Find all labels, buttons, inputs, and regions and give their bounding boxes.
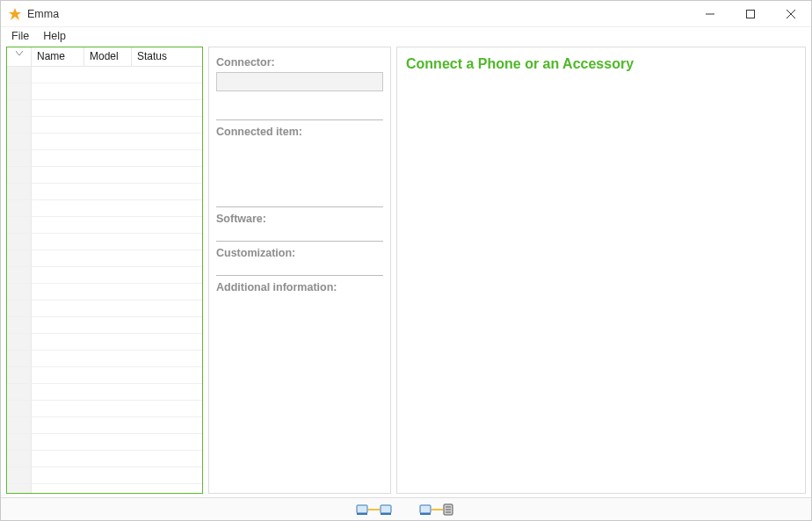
column-model[interactable]: Model	[84, 47, 132, 66]
divider	[216, 275, 383, 276]
row-content	[32, 250, 202, 266]
divider	[216, 206, 383, 207]
row-handle	[7, 250, 32, 266]
row-handle	[7, 200, 32, 216]
row-content	[32, 267, 202, 283]
row-content	[32, 83, 202, 99]
svg-rect-6	[357, 513, 367, 515]
table-row[interactable]	[7, 417, 202, 434]
table-row[interactable]	[7, 267, 202, 284]
table-row[interactable]	[7, 300, 202, 317]
menubar: File Help	[1, 27, 811, 45]
app-title: Emma	[27, 8, 59, 20]
row-content	[32, 284, 202, 300]
table-row[interactable]	[7, 167, 202, 184]
table-row[interactable]	[7, 117, 202, 134]
row-content	[32, 167, 202, 183]
row-handle	[7, 100, 32, 116]
row-handle	[7, 434, 32, 450]
row-handle	[7, 351, 32, 366]
row-content	[32, 200, 202, 216]
row-content	[32, 401, 202, 416]
row-content	[32, 367, 202, 383]
menu-file[interactable]: File	[4, 28, 36, 44]
instruction-panel: Connect a Phone or an Accessory	[396, 47, 806, 494]
row-handle	[7, 267, 32, 283]
table-row[interactable]	[7, 317, 202, 334]
table-row[interactable]	[7, 451, 202, 467]
connection-phone-icon	[356, 503, 393, 517]
menu-help[interactable]: Help	[36, 28, 73, 44]
svg-rect-5	[357, 505, 367, 513]
details-panel: Connector: Connected item: Software: Cus…	[208, 47, 391, 494]
titlebar: Emma	[1, 1, 811, 27]
instruction-headline: Connect a Phone or an Accessory	[406, 56, 796, 72]
row-content	[32, 384, 202, 400]
row-content	[32, 117, 202, 133]
row-handle	[7, 117, 32, 133]
row-handle	[7, 317, 32, 333]
table-row[interactable]	[7, 67, 202, 83]
row-content	[32, 150, 202, 166]
svg-rect-10	[420, 505, 431, 513]
row-content	[32, 334, 202, 350]
row-content	[32, 134, 202, 149]
row-handle	[7, 384, 32, 400]
table-row[interactable]	[7, 234, 202, 250]
row-handle	[7, 300, 32, 316]
table-row[interactable]	[7, 367, 202, 384]
row-handle	[7, 184, 32, 199]
svg-rect-8	[381, 505, 391, 513]
table-row[interactable]	[7, 200, 202, 217]
row-handle	[7, 83, 32, 99]
connector-label: Connector:	[216, 56, 383, 69]
software-label: Software:	[216, 213, 383, 225]
table-row[interactable]	[7, 284, 202, 300]
table-row[interactable]	[7, 184, 202, 200]
row-content	[32, 217, 202, 233]
row-handle	[7, 334, 32, 350]
row-handle	[7, 150, 32, 166]
row-content	[32, 351, 202, 366]
svg-marker-0	[9, 8, 21, 20]
table-row[interactable]	[7, 351, 202, 367]
row-content	[32, 234, 202, 250]
table-row[interactable]	[7, 334, 202, 351]
table-row[interactable]	[7, 384, 202, 401]
table-row[interactable]	[7, 484, 202, 493]
table-row[interactable]	[7, 401, 202, 417]
maximize-button[interactable]	[730, 1, 771, 27]
column-sort-indicator[interactable]	[7, 47, 32, 66]
svg-rect-11	[420, 513, 431, 515]
table-row[interactable]	[7, 100, 202, 117]
table-row[interactable]	[7, 83, 202, 100]
table-row[interactable]	[7, 134, 202, 150]
main-body: Name Model Status Connector: Connected i…	[1, 45, 811, 497]
row-handle	[7, 234, 32, 250]
table-row[interactable]	[7, 217, 202, 234]
table-row[interactable]	[7, 467, 202, 484]
close-button[interactable]	[771, 1, 811, 27]
row-handle	[7, 401, 32, 416]
svg-rect-9	[381, 513, 391, 515]
customization-label: Customization:	[216, 247, 383, 259]
row-handle	[7, 451, 32, 467]
connected-item-label: Connected item:	[216, 126, 383, 138]
table-row[interactable]	[7, 150, 202, 167]
device-list-panel: Name Model Status	[6, 47, 203, 494]
row-content	[32, 417, 202, 433]
connector-value-box	[216, 72, 383, 91]
row-content	[32, 100, 202, 116]
minimize-button[interactable]	[690, 1, 730, 27]
column-name[interactable]: Name	[32, 47, 84, 66]
row-content	[32, 317, 202, 333]
row-handle	[7, 367, 32, 383]
table-row[interactable]	[7, 434, 202, 451]
additional-info-label: Additional information:	[216, 281, 383, 293]
row-handle	[7, 134, 32, 149]
row-handle	[7, 417, 32, 433]
row-handle	[7, 284, 32, 300]
column-status[interactable]: Status	[132, 47, 202, 66]
row-content	[32, 484, 202, 493]
table-row[interactable]	[7, 250, 202, 267]
